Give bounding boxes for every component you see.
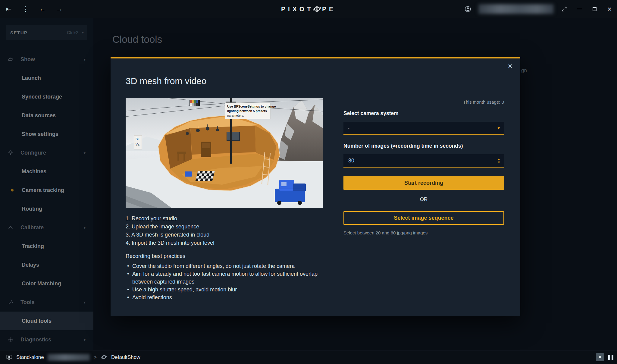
instruction-step: 4. Import the 3D mesh into your level — [126, 239, 330, 247]
pause-icon[interactable] — [608, 355, 613, 360]
breadcrumb-separator: > — [94, 355, 97, 360]
statusbar-right-controls: × — [596, 353, 617, 361]
month-usage-text: This month usage: 0 — [463, 99, 504, 105]
dialog-title: 3D mesh from video — [126, 76, 206, 86]
blurred-machine-name — [48, 354, 90, 361]
stop-output-icon[interactable]: × — [596, 353, 604, 361]
image-sign-line-2: Va — [136, 143, 140, 146]
studio-scan-preview-image: Bl Va Use BPS — [126, 98, 323, 208]
start-recording-button[interactable]: Start recording — [343, 176, 504, 190]
num-images-input[interactable] — [343, 158, 497, 164]
chevron-down-icon: ▾ — [497, 125, 500, 131]
logo-text-left: PIXOT — [281, 5, 314, 13]
logo-text-right: PE — [322, 5, 336, 13]
close-icon[interactable]: × — [605, 5, 614, 14]
status-bar: Stand-alone > DefaultShow × — [0, 350, 617, 364]
mode-label: Stand-alone — [16, 354, 44, 360]
instruction-step: 2. Upload the image sequence — [126, 223, 330, 231]
forward-arrow-icon[interactable]: → — [55, 5, 64, 14]
instruction-steps: 1. Record your studio2. Upload the image… — [126, 215, 330, 247]
dialog-close-icon[interactable]: × — [508, 62, 512, 70]
num-images-label: Number of images (≈recording time in sec… — [343, 143, 463, 149]
practice-bullet: Use a high shutter speed, avoid motion b… — [126, 286, 330, 293]
maximize-icon[interactable] — [590, 5, 599, 14]
camera-system-select[interactable]: - ▾ — [343, 122, 504, 135]
collapse-panel-icon[interactable]: ⇤ — [4, 5, 13, 14]
pixotope-logo: PIXOT PE — [281, 0, 336, 18]
title-bar: ⇤ ⋮ ← → PIXOT PE — [0, 0, 617, 18]
machine-icon — [6, 354, 13, 361]
practice-bullet: Aim for a steady and not too fast camera… — [126, 270, 330, 286]
image-annotation-line-2: lighting between 5 presets — [227, 109, 267, 113]
practices-title: Recording best practices — [126, 253, 185, 259]
practices-list: Cover the studio from different angles, … — [126, 262, 330, 301]
practice-bullet: Cover the studio from different angles, … — [126, 262, 330, 270]
blurred-username — [478, 4, 554, 14]
image-sign-line-1: Bl — [136, 137, 139, 141]
current-show-label: DefaultShow — [111, 354, 140, 360]
instruction-step: 1. Record your studio — [126, 215, 330, 223]
num-images-field: ▲▼ — [343, 154, 504, 168]
kebab-menu-icon[interactable]: ⋮ — [21, 5, 30, 14]
atom-logo-icon — [312, 5, 321, 14]
show-icon — [101, 354, 108, 361]
instruction-step: 3. A 3D mesh is generated in cloud — [126, 231, 330, 239]
titlebar-right-controls: × — [463, 0, 614, 18]
sequence-hint: Select between 20 and 60 jpg/png images — [343, 230, 428, 235]
minimize-icon[interactable] — [575, 5, 584, 14]
select-image-sequence-button[interactable]: Select image sequence — [343, 211, 504, 225]
stepper-up-down-icon[interactable]: ▲▼ — [497, 158, 504, 164]
camera-system-value: - — [348, 125, 349, 131]
account-icon[interactable] — [463, 5, 472, 14]
camera-system-label: Select camera system — [343, 110, 399, 117]
back-arrow-icon[interactable]: ← — [38, 5, 47, 14]
or-divider: OR — [343, 196, 504, 202]
image-annotation-line-1: Use BPSceneSettings to change — [227, 105, 276, 108]
cloud-mesh-controls: This month usage: 0 Select camera system… — [343, 58, 504, 316]
titlebar-left-controls: ⇤ ⋮ ← → — [4, 0, 64, 18]
fit-screen-icon[interactable] — [560, 5, 569, 14]
mesh-from-video-dialog: × 3D mesh from video — [111, 57, 520, 316]
practice-bullet: Avoid reflections — [126, 293, 330, 301]
image-annotation-line-3: parameters. — [227, 114, 244, 117]
